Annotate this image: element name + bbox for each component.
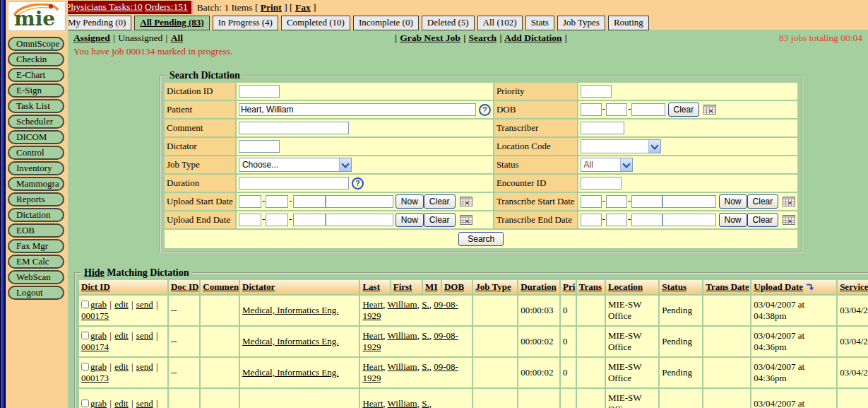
physicians-tasks-link[interactable]: Physicians Tasks:10 xyxy=(66,1,143,12)
grab-link[interactable]: grab xyxy=(90,330,107,341)
dictation-id-input[interactable] xyxy=(239,85,280,98)
transcribe-start-time[interactable] xyxy=(662,195,716,208)
patient-help-icon[interactable]: ? xyxy=(479,104,491,116)
tab-routing[interactable]: Routing xyxy=(608,16,649,30)
upload-end-now-button[interactable]: Now xyxy=(396,213,424,227)
dict-id-link[interactable]: 000173 xyxy=(81,373,109,383)
grab-next-job-link[interactable]: Grab Next Job xyxy=(400,33,460,43)
dob-clear-button[interactable]: Clear xyxy=(668,103,700,117)
patient-last-link[interactable]: Heart xyxy=(362,330,383,341)
transcribe-start-month[interactable] xyxy=(581,195,602,208)
sidebar-item-dicom[interactable]: DICOM xyxy=(8,130,64,144)
patient-first-link[interactable]: William xyxy=(388,398,417,408)
send-link[interactable]: send xyxy=(136,299,153,310)
dictator-link[interactable]: Medical, Informatics Eng. xyxy=(242,336,338,346)
col-job-type[interactable]: Job Type xyxy=(475,281,511,292)
transcriber-input[interactable] xyxy=(581,122,624,134)
patient-last-link[interactable]: Heart xyxy=(362,398,383,408)
sidebar-item-dictation[interactable]: Dictation xyxy=(8,208,64,222)
send-link[interactable]: send xyxy=(136,361,153,372)
transcribe-start-day[interactable] xyxy=(606,195,627,208)
row-checkbox[interactable] xyxy=(81,301,89,308)
col-last[interactable]: Last xyxy=(362,281,380,292)
assigned-link[interactable]: Assigned xyxy=(73,33,110,43)
edit-link[interactable]: edit xyxy=(114,299,129,310)
grab-link[interactable]: grab xyxy=(90,398,107,408)
duration-input[interactable] xyxy=(239,177,349,190)
dict-id-link[interactable]: 000174 xyxy=(81,342,109,352)
upload-start-time[interactable] xyxy=(326,195,393,208)
edit-link[interactable]: edit xyxy=(114,330,129,341)
upload-start-month[interactable] xyxy=(239,195,261,208)
tab-deleted[interactable]: Deleted (5) xyxy=(422,16,475,30)
search-button[interactable]: Search xyxy=(458,232,504,246)
col-status[interactable]: Status xyxy=(662,281,686,292)
col-duration[interactable]: Duration xyxy=(521,281,557,292)
upload-end-day[interactable] xyxy=(266,214,288,226)
location-code-select[interactable] xyxy=(581,139,661,153)
col-upload-date[interactable]: Upload Date xyxy=(754,281,803,292)
tab-all-pending[interactable]: All Pending (83) xyxy=(134,16,209,30)
row-checkbox[interactable] xyxy=(81,363,89,371)
sidebar-item-esign[interactable]: E-Sign xyxy=(8,83,64,98)
print-link[interactable]: Print xyxy=(261,2,282,13)
sidebar-item-reports[interactable]: Reports xyxy=(8,192,64,206)
upload-start-day[interactable] xyxy=(266,195,288,208)
status-select[interactable]: All xyxy=(581,158,633,172)
transcribe-end-calendar-icon[interactable] xyxy=(783,215,795,225)
patient-first-link[interactable]: William xyxy=(388,330,417,341)
fax-link[interactable]: Fax xyxy=(295,2,311,13)
dictator-link[interactable]: Medical, Informatics Eng. xyxy=(242,367,338,378)
col-location[interactable]: Location xyxy=(608,281,643,292)
col-trans[interactable]: Trans xyxy=(579,281,602,292)
transcribe-start-clear-button[interactable]: Clear xyxy=(747,194,779,209)
col-doc-id[interactable]: Doc ID xyxy=(171,281,198,292)
grab-link[interactable]: grab xyxy=(90,299,107,310)
tab-in-progress[interactable]: In Progress (4) xyxy=(213,16,278,30)
sidebar-item-tasklist[interactable]: Task List xyxy=(8,99,64,113)
upload-start-year[interactable] xyxy=(293,195,326,208)
col-mi[interactable]: MI xyxy=(425,281,437,292)
col-comment[interactable]: Comment xyxy=(203,281,239,292)
transcribe-end-day[interactable] xyxy=(606,214,627,226)
dictator-input[interactable] xyxy=(239,140,280,153)
col-dob[interactable]: DOB xyxy=(444,281,464,292)
sidebar-item-checkin[interactable]: Checkin xyxy=(8,52,64,66)
dob-day-input[interactable] xyxy=(606,103,627,116)
patient-mi-link[interactable]: S. xyxy=(422,361,429,372)
edit-link[interactable]: edit xyxy=(114,398,129,408)
transcribe-end-time[interactable] xyxy=(662,214,716,226)
patient-last-link[interactable]: Heart xyxy=(362,361,383,372)
row-checkbox[interactable] xyxy=(81,400,89,407)
col-dict-id[interactable]: Dict ID xyxy=(81,281,110,292)
send-link[interactable]: send xyxy=(136,398,153,408)
upload-end-year[interactable] xyxy=(293,214,326,226)
tab-completed[interactable]: Completed (10) xyxy=(281,16,350,30)
patient-first-link[interactable]: William xyxy=(388,361,417,372)
duration-help-icon[interactable]: ? xyxy=(352,177,364,190)
search-link[interactable]: Search xyxy=(469,33,497,43)
send-link[interactable]: send xyxy=(136,330,153,341)
sidebar-item-scheduler[interactable]: Scheduler xyxy=(8,115,64,129)
patient-first-link[interactable]: William xyxy=(388,299,417,310)
tab-my-pending[interactable]: My Pending (0) xyxy=(62,16,131,30)
tab-all[interactable]: All (102) xyxy=(477,16,523,30)
row-checkbox[interactable] xyxy=(81,332,89,339)
tab-job-types[interactable]: Job Types xyxy=(557,16,605,30)
sidebar-item-eob[interactable]: EOB xyxy=(8,223,64,238)
col-pri[interactable]: Pri xyxy=(563,281,575,292)
transcribe-start-now-button[interactable]: Now xyxy=(719,194,747,209)
sidebar-item-control[interactable]: Control xyxy=(8,146,64,160)
patient-input[interactable] xyxy=(239,103,476,116)
sidebar-item-emcalc[interactable]: EM Calc xyxy=(8,255,64,269)
tab-stats[interactable]: Stats xyxy=(525,16,554,30)
add-dictation-link[interactable]: Add Dictation xyxy=(504,33,561,43)
orders-link[interactable]: Orders:151 xyxy=(145,1,188,12)
all-link[interactable]: All xyxy=(171,33,183,43)
dob-calendar-icon[interactable] xyxy=(703,105,716,115)
job-type-select[interactable]: Choose... xyxy=(239,158,352,172)
tab-incomplete[interactable]: Incomplete (0) xyxy=(353,16,419,30)
transcribe-end-clear-button[interactable]: Clear xyxy=(747,213,779,227)
dictator-link[interactable]: Medical, Informatics Eng. xyxy=(242,305,338,315)
patient-mi-link[interactable]: S. xyxy=(422,398,429,408)
